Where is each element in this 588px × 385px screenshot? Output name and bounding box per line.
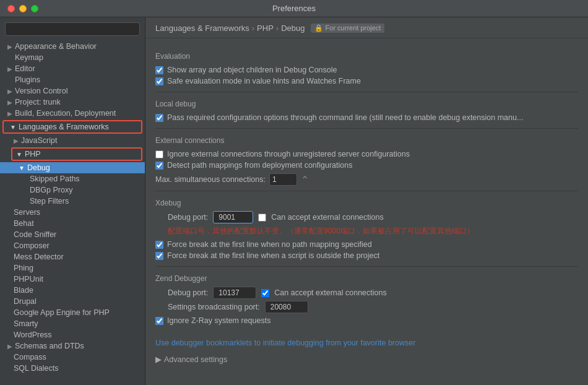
sidebar-item-drupal[interactable]: Drupal: [0, 296, 145, 307]
sidebar-item-compass[interactable]: Compass: [0, 352, 145, 363]
sidebar-item-label: Mess Detector: [14, 253, 64, 261]
zend-debug-port-row: Debug port: Can accept external connecti…: [155, 287, 578, 299]
sidebar-item-label: JavaScript: [21, 136, 57, 145]
sidebar-item-editor[interactable]: ▶ Editor: [0, 63, 145, 74]
advanced-settings[interactable]: ▶ Advanced settings: [155, 355, 578, 364]
arrow-icon: ▶: [7, 43, 12, 50]
sidebar-item-label: Smarty: [14, 319, 38, 328]
window-controls: [7, 5, 38, 12]
zend-broadcast-input[interactable]: [265, 301, 308, 313]
content-body: Evaluation Show array and object childre…: [145, 38, 588, 370]
sidebar-item-servers[interactable]: Servers: [0, 207, 145, 218]
search-input[interactable]: [5, 22, 140, 36]
detect-path-checkbox[interactable]: [155, 162, 163, 170]
sidebar-item-composer[interactable]: Composer: [0, 240, 145, 251]
sidebar-item-mess-detector[interactable]: Mess Detector: [0, 251, 145, 262]
show-array-checkbox[interactable]: [155, 66, 163, 74]
sidebar-item-phpunit[interactable]: PHPUnit: [0, 274, 145, 285]
sidebar-item-project-trunk[interactable]: ▶ Project: trunk: [0, 97, 145, 108]
sidebar-item-label: Build, Execution, Deployment: [15, 109, 116, 118]
force-break-outside-checkbox[interactable]: [155, 252, 163, 260]
force-break-outside-option: Force break at the first line when a scr…: [155, 250, 578, 261]
sidebar-item-smarty[interactable]: Smarty: [0, 318, 145, 329]
maximize-button[interactable]: [31, 5, 38, 12]
sidebar-item-wordpress[interactable]: WordPress: [0, 329, 145, 340]
sidebar-item-label: Project: trunk: [15, 98, 61, 106]
divider-4: [155, 266, 578, 267]
sidebar-item-dbgp-proxy[interactable]: DBGp Proxy: [0, 184, 145, 196]
sidebar-item-label: Plugins: [15, 76, 40, 84]
sidebar-item-label: SQL Dialects: [14, 364, 58, 373]
advanced-settings-label: Advanced settings: [164, 355, 227, 364]
sidebar-item-label: Keymap: [15, 53, 43, 62]
ignore-external-checkbox[interactable]: [155, 150, 163, 158]
safe-eval-checkbox[interactable]: [155, 77, 163, 85]
max-conn-input[interactable]: [269, 173, 297, 186]
sidebar-item-plugins[interactable]: Plugins: [0, 74, 145, 85]
safe-eval-label: Safe evaluation mode in value hints and …: [167, 77, 361, 85]
can-accept-ext-label: Can accept external connections: [271, 213, 383, 222]
minimize-button[interactable]: [19, 5, 27, 12]
sidebar-item-javascript[interactable]: ▶ JavaScript: [0, 135, 145, 146]
sidebar-item-sql-dialects[interactable]: SQL Dialects: [0, 363, 145, 374]
sidebar-item-label: Drupal: [14, 297, 37, 306]
sidebar-item-build[interactable]: ▶ Build, Execution, Deployment: [0, 108, 145, 119]
breadcrumb-current: Debug: [281, 24, 305, 33]
sidebar-item-google-app-engine[interactable]: Google App Engine for PHP: [0, 307, 145, 318]
sidebar-item-blade[interactable]: Blade: [0, 285, 145, 296]
debug-port-row: Debug port: Can accept external connecti…: [155, 211, 578, 223]
sidebar-item-debug[interactable]: ▼ Debug: [0, 162, 145, 173]
zend-can-accept-checkbox[interactable]: [261, 289, 269, 297]
sidebar-item-appearance[interactable]: ▶ Appearance & Behavior: [0, 41, 145, 52]
sidebar-item-schemas[interactable]: ▶ Schemas and DTDs: [0, 340, 145, 352]
show-array-label: Show array and object children in Debug …: [167, 66, 337, 74]
advanced-settings-arrow: ▶: [155, 355, 162, 364]
zend-broadcast-row: Settings broadcasting port:: [155, 301, 578, 313]
pass-config-option: Pass required configuration options thro…: [155, 112, 578, 123]
sidebar-item-keymap[interactable]: Keymap: [0, 52, 145, 63]
ignore-external-option: Ignore external connections through unre…: [155, 149, 578, 160]
debugger-link[interactable]: Use debugger bookmarklets to initiate de…: [155, 339, 415, 347]
sidebar-item-lang-frameworks[interactable]: ▼ Languages & Frameworks: [2, 120, 142, 134]
sidebar-item-phing[interactable]: Phing: [0, 262, 145, 274]
sidebar-item-label: PHPUnit: [14, 275, 43, 283]
arrow-icon: ▶: [7, 66, 12, 72]
main-layout: ▶ Appearance & Behavior Keymap ▶ Editor …: [0, 17, 588, 385]
arrow-icon: ▶: [7, 99, 12, 106]
ignore-z-ray-checkbox[interactable]: [155, 317, 163, 325]
debug-port-input[interactable]: [213, 211, 253, 223]
sidebar-item-label: Debug: [27, 163, 50, 172]
xdebug-note: 配置端口号，其他的配置默认不变。（通常配置9000端口，如果被占用了可以配置其他…: [168, 226, 578, 236]
sidebar-item-label: Servers: [14, 208, 40, 217]
close-button[interactable]: [7, 5, 15, 12]
force-break-path-checkbox[interactable]: [155, 241, 163, 249]
arrow-icon: ▶: [7, 88, 12, 95]
evaluation-section-label: Evaluation: [155, 52, 578, 61]
sidebar-item-version-control[interactable]: ▶ Version Control: [0, 85, 145, 97]
local-debug-section-label: Local debug: [155, 100, 578, 108]
zend-section-label: Zend Debugger: [155, 274, 578, 283]
sidebar-item-skipped-paths[interactable]: Skipped Paths: [0, 173, 145, 184]
max-conn-label: Max. simultaneous connections:: [155, 175, 266, 184]
zend-broadcast-label: Settings broadcasting port:: [168, 303, 260, 311]
pass-config-checkbox[interactable]: [155, 114, 163, 122]
sidebar-item-php[interactable]: ▼ PHP: [11, 147, 142, 161]
breadcrumb-sep-2: ›: [276, 24, 279, 33]
search-box: [0, 17, 145, 40]
breadcrumb-part-1: Languages & Frameworks: [155, 24, 249, 33]
spinner-up[interactable]: ⌃: [301, 174, 309, 186]
sidebar-item-code-sniffer[interactable]: Code Sniffer: [0, 229, 145, 240]
max-conn-row: Max. simultaneous connections: ⌃: [155, 173, 578, 186]
zend-debug-port-label: Debug port:: [168, 288, 208, 297]
sidebar-item-label: Languages & Frameworks: [19, 123, 109, 131]
force-break-path-option: Force break at the first line when no pa…: [155, 239, 578, 250]
sidebar-item-behat[interactable]: Behat: [0, 218, 145, 229]
divider-3: [155, 191, 578, 191]
ignore-z-ray-option: Ignore Z-Ray system requests: [155, 315, 578, 326]
can-accept-ext-checkbox[interactable]: [258, 214, 266, 222]
zend-debug-port-input[interactable]: [213, 287, 256, 299]
sidebar-item-step-filters[interactable]: Step Filters: [0, 196, 145, 207]
sidebar-item-label: Appearance & Behavior: [15, 42, 97, 51]
sidebar-item-label: WordPress: [14, 331, 52, 339]
sidebar-item-label: Step Filters: [30, 197, 69, 205]
